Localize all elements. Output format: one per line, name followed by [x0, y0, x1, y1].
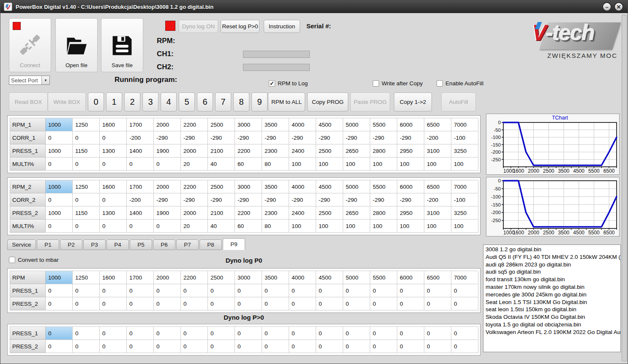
table-cell[interactable]: 0: [100, 284, 127, 297]
table-cell[interactable]: 0: [316, 340, 343, 353]
table-cell[interactable]: 100: [316, 220, 343, 233]
table-cell[interactable]: 0: [154, 158, 181, 171]
table-cell[interactable]: -100: [451, 131, 478, 144]
table-cell[interactable]: 0: [289, 297, 316, 310]
table-cell[interactable]: 2800: [370, 206, 397, 220]
table-cell[interactable]: 0: [154, 327, 181, 340]
table-cell[interactable]: 2500: [208, 180, 235, 193]
table-cell[interactable]: 0: [451, 284, 478, 297]
table-cell[interactable]: 1700: [127, 271, 154, 284]
table-cell[interactable]: 0: [127, 220, 154, 233]
table-cell[interactable]: 0: [289, 284, 316, 297]
tab-p3[interactable]: P3: [83, 239, 106, 250]
table-cell[interactable]: 4500: [316, 271, 343, 284]
table-cell[interactable]: 1600: [100, 118, 127, 131]
digit-7-button[interactable]: 7: [215, 92, 231, 111]
table-cell[interactable]: 5000: [343, 118, 370, 131]
table-cell[interactable]: -290: [316, 131, 343, 144]
table-cell[interactable]: 100: [397, 220, 424, 233]
table-cell[interactable]: 0: [235, 284, 262, 297]
table-cell[interactable]: 0: [100, 340, 127, 353]
table-cell[interactable]: 1000: [46, 271, 73, 284]
digit-2-button[interactable]: 2: [124, 92, 140, 111]
table-cell[interactable]: 0: [262, 297, 289, 310]
tab-p8[interactable]: P8: [199, 239, 222, 250]
table-cell[interactable]: 1700: [127, 180, 154, 193]
table-cell[interactable]: 0: [208, 284, 235, 297]
table-cell[interactable]: 1300: [100, 144, 127, 158]
table-cell[interactable]: -290: [262, 131, 289, 144]
digit-9-button[interactable]: 9: [251, 92, 268, 111]
table-cell[interactable]: 3100: [424, 144, 451, 158]
table-cell[interactable]: 0: [370, 327, 397, 340]
table-cell[interactable]: -290: [208, 193, 235, 206]
table-cell[interactable]: 5000: [343, 271, 370, 284]
table-cell[interactable]: 0: [100, 297, 127, 310]
table-cell[interactable]: 3000: [235, 180, 262, 193]
table-cell[interactable]: 0: [208, 297, 235, 310]
table-cell[interactable]: 4000: [289, 271, 316, 284]
table-cell[interactable]: 0: [424, 284, 451, 297]
table-cell[interactable]: 0: [181, 284, 208, 297]
table-cell[interactable]: 100: [343, 220, 370, 233]
file-list-item[interactable]: 3008 1.2 go digital.bin: [486, 246, 618, 253]
table-cell[interactable]: 0: [262, 284, 289, 297]
table-cell[interactable]: 0: [46, 131, 73, 144]
digit-4-button[interactable]: 4: [161, 92, 177, 111]
tab-service[interactable]: Service: [7, 239, 36, 250]
table-cell[interactable]: 2400: [289, 144, 316, 158]
select-port-dropdown[interactable]: Select Port ▼: [9, 76, 50, 85]
connect-button[interactable]: Connect: [9, 18, 51, 72]
table-cell[interactable]: 0: [343, 340, 370, 353]
enable-autofill-checkbox[interactable]: Enable AutoFill: [437, 80, 483, 87]
table-cell[interactable]: 1400: [127, 144, 154, 158]
table-cell[interactable]: 0: [181, 327, 208, 340]
table-cell[interactable]: 0: [451, 327, 478, 340]
table-cell[interactable]: 7000: [451, 271, 478, 284]
table-cell[interactable]: 1250: [73, 271, 100, 284]
autofill-button[interactable]: AutoFill: [441, 92, 476, 111]
table-cell[interactable]: -290: [316, 193, 343, 206]
table-cell[interactable]: 0: [235, 297, 262, 310]
table-cell[interactable]: -200: [424, 131, 451, 144]
table-cell[interactable]: 5000: [343, 180, 370, 193]
open-file-button[interactable]: Open file: [55, 18, 98, 72]
table-cell[interactable]: 0: [208, 327, 235, 340]
table-cell[interactable]: 1000: [46, 206, 73, 220]
tab-p7[interactable]: P7: [176, 239, 199, 250]
table-cell[interactable]: 0: [208, 340, 235, 353]
table-cell[interactable]: 0: [100, 158, 127, 171]
table-cell[interactable]: 0: [289, 327, 316, 340]
digit-5-button[interactable]: 5: [179, 92, 195, 111]
table-cell[interactable]: 0: [73, 193, 100, 206]
read-box-button[interactable]: Read BOX: [9, 92, 48, 111]
table-cell[interactable]: 100: [451, 220, 478, 233]
table-cell[interactable]: 2200: [181, 271, 208, 284]
table-cell[interactable]: 0: [73, 158, 100, 171]
table-cell[interactable]: 3000: [235, 118, 262, 131]
table-cell[interactable]: 2950: [397, 206, 424, 220]
file-list-item[interactable]: Skoda Octavia IV 150KM Go Digital.bin: [486, 313, 618, 321]
table-cell[interactable]: 3500: [262, 118, 289, 131]
table-cell[interactable]: 2300: [262, 206, 289, 220]
table-cell[interactable]: 80: [262, 220, 289, 233]
table-cell[interactable]: 1300: [100, 206, 127, 220]
table-cell[interactable]: 60: [235, 158, 262, 171]
table-cell[interactable]: 2000: [154, 271, 181, 284]
write-after-copy-checkbox[interactable]: Write after Copy: [373, 80, 423, 87]
table-cell[interactable]: 20: [181, 158, 208, 171]
table-cell[interactable]: 0: [127, 284, 154, 297]
table-cell[interactable]: 2500: [316, 144, 343, 158]
table-cell[interactable]: 1900: [154, 144, 181, 158]
table-cell[interactable]: 6500: [424, 180, 451, 193]
table-cell[interactable]: 100: [397, 158, 424, 171]
table-cell[interactable]: 0: [73, 297, 100, 310]
table-cell[interactable]: 0: [46, 193, 73, 206]
table-cell[interactable]: 6500: [424, 118, 451, 131]
table-cell[interactable]: 2100: [208, 206, 235, 220]
file-list-item[interactable]: audi sq5 go digital.bin: [486, 268, 618, 276]
table-cell[interactable]: -290: [181, 193, 208, 206]
table-cell[interactable]: -290: [397, 193, 424, 206]
table-cell[interactable]: 2200: [181, 118, 208, 131]
table-cell[interactable]: 0: [46, 297, 73, 310]
